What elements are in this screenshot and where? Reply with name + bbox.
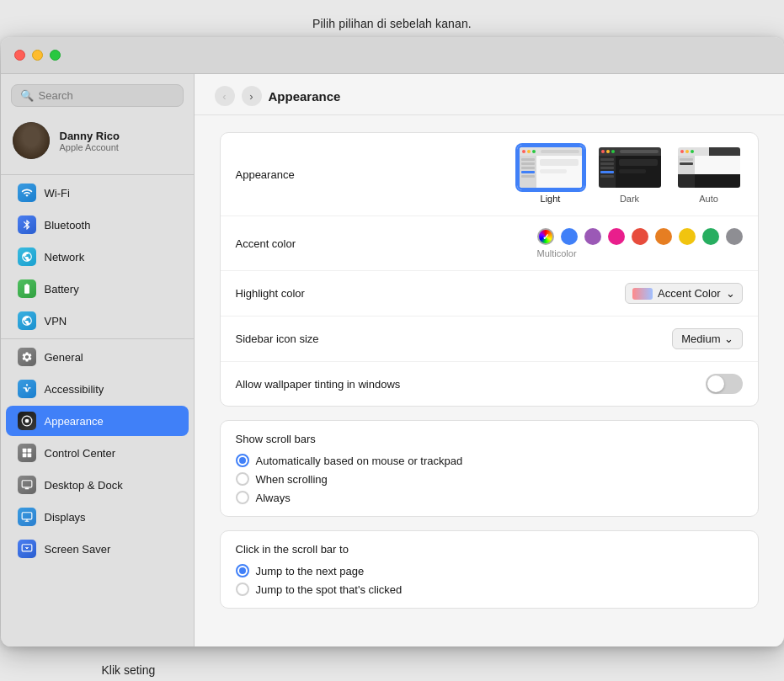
sidebar-item-displays[interactable]: Displays xyxy=(6,502,189,532)
search-box[interactable]: 🔍 xyxy=(11,84,184,107)
sidebar-item-wifi[interactable]: Wi-Fi xyxy=(6,178,189,208)
svg-rect-8 xyxy=(22,513,32,519)
wallpaper-tinting-row: Allow wallpaper tinting in windows xyxy=(221,362,758,406)
highlight-color-label: Highlight color xyxy=(236,287,305,300)
titlebar xyxy=(1,37,784,74)
sidebar: 🔍 Danny Rico Apple Account xyxy=(1,74,195,646)
content-header: ‹ › Appearance xyxy=(195,74,784,115)
sidebar-item-accessibility[interactable]: Accessibility xyxy=(6,374,189,404)
user-name: Danny Rico xyxy=(60,130,120,142)
displays-icon xyxy=(18,508,36,526)
content-title: Appearance xyxy=(269,89,341,104)
tooltip-bottom-line1: Klik seting xyxy=(102,663,156,677)
sidebar-icon-size-select[interactable]: Medium ⌄ xyxy=(672,328,742,349)
sidebar-item-appearance[interactable]: Appearance xyxy=(6,406,189,436)
user-info: Danny Rico Apple Account xyxy=(60,130,120,152)
jump-spot-radio[interactable] xyxy=(236,583,249,596)
close-button[interactable] xyxy=(14,50,25,61)
accent-pink[interactable] xyxy=(608,228,625,245)
sidebar-item-vpn[interactable]: VPN xyxy=(6,306,189,336)
scroll-always-option[interactable]: Always xyxy=(236,491,743,504)
general-label: General xyxy=(45,351,83,364)
sidebar-item-battery[interactable]: Battery xyxy=(6,274,189,304)
battery-label: Battery xyxy=(45,283,79,295)
scroll-always-radio[interactable] xyxy=(236,491,249,504)
appearance-icon xyxy=(18,412,36,430)
dark-label: Dark xyxy=(620,194,639,204)
wallpaper-tinting-toggle[interactable] xyxy=(706,374,743,394)
accessibility-icon xyxy=(18,380,36,398)
sidebar-item-desktop-dock[interactable]: Desktop & Dock xyxy=(6,470,189,500)
sidebar-item-general[interactable]: General xyxy=(6,342,189,372)
jump-spot-label: Jump to the spot that's clicked xyxy=(256,583,403,596)
sidebar-item-control-center[interactable]: Control Center xyxy=(6,438,189,468)
scroll-bars-section: Show scroll bars Automatically based on … xyxy=(220,420,759,517)
control-center-icon xyxy=(18,444,36,462)
back-button[interactable]: ‹ xyxy=(215,86,235,106)
auto-thumb xyxy=(675,145,743,190)
highlight-color-value: Accent Color xyxy=(658,287,720,300)
scroll-when-scrolling-option[interactable]: When scrolling xyxy=(236,472,743,486)
tooltip-bottom-container: Klik seting dalam bar sisi. xyxy=(1,646,784,681)
appearance-options: Light xyxy=(517,145,743,204)
jump-page-option[interactable]: Jump to the next page xyxy=(236,564,743,577)
window: 🔍 Danny Rico Apple Account xyxy=(1,37,784,646)
accent-multicolor[interactable] xyxy=(537,228,554,245)
network-label: Network xyxy=(45,251,85,263)
sidebar-item-network[interactable]: Network xyxy=(6,242,189,272)
appearance-row: Appearance xyxy=(221,133,758,216)
screen-saver-label: Screen Saver xyxy=(45,543,111,556)
scroll-when-radio[interactable] xyxy=(236,472,249,486)
network-icon xyxy=(18,247,36,266)
highlight-color-select[interactable]: Accent Color ⌄ xyxy=(625,283,742,304)
accent-row xyxy=(537,228,743,245)
vpn-icon xyxy=(18,311,36,330)
sidebar-item-screen-saver[interactable]: Screen Saver xyxy=(6,534,189,564)
appearance-label: Appearance xyxy=(45,415,104,428)
accent-color-row: Accent color xyxy=(221,216,758,271)
accent-color-label: Accent color xyxy=(236,237,296,250)
accent-green[interactable] xyxy=(702,228,719,245)
content-body: Appearance xyxy=(195,115,784,639)
accent-colors: Multicolor xyxy=(537,228,743,258)
user-profile[interactable]: Danny Rico Apple Account xyxy=(1,114,194,168)
appearance-light-option[interactable]: Light xyxy=(517,145,584,204)
accent-orange[interactable] xyxy=(655,228,672,245)
accent-graphite[interactable] xyxy=(726,228,743,245)
scroll-always-label: Always xyxy=(256,492,291,504)
accent-red[interactable] xyxy=(632,228,648,245)
highlight-swatch xyxy=(632,288,653,300)
toggle-knob xyxy=(707,375,724,392)
wifi-icon xyxy=(18,184,36,202)
jump-page-radio[interactable] xyxy=(236,564,249,577)
maximize-button[interactable] xyxy=(50,50,61,61)
scroll-auto-option[interactable]: Automatically based on mouse or trackpad xyxy=(236,454,743,467)
desktop-dock-label: Desktop & Dock xyxy=(45,479,123,492)
jump-spot-option[interactable]: Jump to the spot that's clicked xyxy=(236,583,743,596)
accent-blue[interactable] xyxy=(561,228,578,245)
window-body: 🔍 Danny Rico Apple Account xyxy=(1,74,784,646)
svg-rect-6 xyxy=(22,481,32,487)
svg-point-1 xyxy=(24,419,29,423)
accent-sublabel: Multicolor xyxy=(537,248,577,258)
minimize-button[interactable] xyxy=(32,50,43,61)
svg-rect-4 xyxy=(22,454,26,458)
appearance-auto-option[interactable]: Auto xyxy=(675,145,743,204)
wifi-label: Wi-Fi xyxy=(45,187,70,200)
sidebar-divider-2 xyxy=(1,338,194,339)
forward-button[interactable]: › xyxy=(242,86,262,106)
sidebar-item-bluetooth[interactable]: Bluetooth xyxy=(6,210,189,240)
click-scroll-section: Click in the scroll bar to Jump to the n… xyxy=(220,530,759,609)
search-input[interactable] xyxy=(39,89,174,102)
general-icon xyxy=(18,348,36,366)
light-thumb xyxy=(517,145,584,190)
scroll-auto-radio[interactable] xyxy=(236,454,249,467)
scroll-auto-label: Automatically based on mouse or trackpad xyxy=(256,455,463,467)
accent-purple[interactable] xyxy=(584,228,601,245)
tooltip-top: Pilih pilihan di sebelah kanan. xyxy=(312,17,472,30)
appearance-dark-option[interactable]: Dark xyxy=(596,145,664,204)
accent-yellow[interactable] xyxy=(679,228,696,245)
scroll-when-label: When scrolling xyxy=(256,473,328,486)
click-scroll-title: Click in the scroll bar to xyxy=(236,543,743,556)
auto-label: Auto xyxy=(699,194,718,204)
